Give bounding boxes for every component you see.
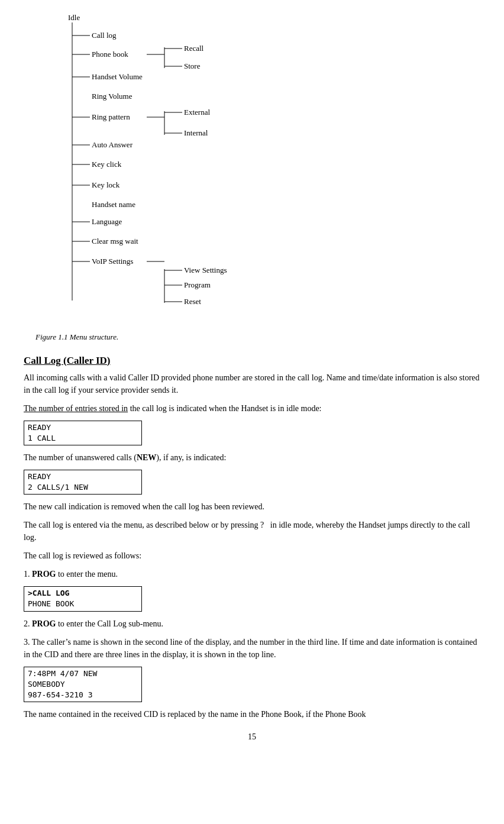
menu-item-auto-answer: Auto Answer	[92, 140, 133, 149]
menu-subitem-store: Store	[184, 62, 201, 70]
paragraph-3: The number of unanswered calls (NEW), if…	[24, 451, 480, 464]
step1-bold: PROG	[32, 570, 56, 579]
display-box-1: READY 1 CALL	[24, 421, 142, 445]
paragraph-3-prefix: The number of unanswered calls (	[24, 453, 137, 462]
display4-line2: SOMEBODY	[28, 679, 138, 690]
paragraph-1: All incoming calls with a valid Caller I…	[24, 371, 480, 396]
menu-item-key-lock: Key lock	[92, 180, 120, 189]
figure-caption: Figure 1.1 Menu structure.	[35, 331, 480, 343]
paragraph-2: The number of entries stored in the call…	[24, 402, 480, 415]
step1-prefix: 1.	[24, 570, 32, 579]
display3-line1: >CALL LOG	[28, 588, 138, 599]
page-number: 15	[24, 732, 480, 742]
paragraph-5: The call log is entered via the menu, as…	[24, 519, 480, 544]
menu-item-language: Language	[92, 217, 122, 226]
section-title: Call Log (Caller ID)	[24, 355, 480, 367]
step-2: 2. PROG to enter the Call Log sub-menu.	[24, 618, 480, 630]
menu-subitem-reset: Reset	[184, 297, 201, 306]
paragraph-5-prefix: The call log is entered via the menu, as…	[24, 521, 264, 529]
menu-diagram: Idle Call log Phone book Recall Store Ha…	[35, 12, 480, 325]
menu-subitem-program: Program	[184, 280, 211, 289]
step2-prefix: 2.	[24, 619, 32, 628]
display3-line2: PHONE BOOK	[28, 599, 138, 609]
step2-bold: PROG	[32, 619, 56, 628]
menu-item-ring-pattern: Ring pattern	[92, 112, 130, 121]
underline-entries: The number of entries stored in	[24, 404, 128, 413]
menu-item-key-click: Key click	[92, 160, 122, 169]
menu-item-voip-settings: VoIP Settings	[92, 257, 133, 266]
step2-suffix: to enter the Call Log sub-menu.	[56, 619, 163, 628]
paragraph-3-suffix: ), if any, is indicated:	[156, 453, 226, 462]
display4-line1: 7:48PM 4/07 NEW	[28, 668, 138, 679]
display1-line1: READY	[28, 422, 138, 433]
display2-line1: READY	[28, 471, 138, 482]
menu-item-handset-name: Handset name	[92, 200, 135, 209]
step-3: 3. The caller’s name is shown in the sec…	[24, 636, 480, 661]
display-box-2: READY 2 CALLS/1 NEW	[24, 470, 142, 495]
main-content: Call Log (Caller ID) All incoming calls …	[24, 355, 480, 721]
menu-subitem-internal: Internal	[184, 128, 208, 137]
display4-line3: 987-654-3210 3	[28, 690, 138, 700]
paragraph-2-suffix: the call log is indicated when the Hands…	[130, 404, 322, 413]
menu-item-clear-msg-wait: Clear msg wait	[92, 237, 138, 245]
idle-label: Idle	[68, 13, 80, 22]
display1-line2: 1 CALL	[28, 433, 138, 444]
paragraph-6: The call log is reviewed as follows:	[24, 550, 480, 562]
menu-item-ring-volume: Ring Volume	[92, 92, 133, 101]
menu-subitem-external: External	[184, 108, 210, 117]
display2-line2: 2 CALLS/1 NEW	[28, 482, 138, 493]
step-1: 1. PROG to enter the menu.	[24, 568, 480, 580]
menu-subitem-view-settings: View Settings	[184, 266, 227, 274]
display-box-4: 7:48PM 4/07 NEW SOMEBODY 987-654-3210 3	[24, 667, 142, 703]
paragraph-last: The name contained in the received CID i…	[24, 708, 480, 720]
menu-item-phone-book: Phone book	[92, 50, 128, 59]
menu-item-call-log: Call log	[92, 31, 117, 40]
paragraph-4: The new call indication is removed when …	[24, 500, 480, 513]
display-box-3: >CALL LOG PHONE BOOK	[24, 586, 142, 611]
menu-subitem-recall: Recall	[184, 44, 204, 53]
step1-suffix: to enter the menu.	[56, 570, 118, 579]
menu-structure-svg: Idle Call log Phone book Recall Store Ha…	[35, 12, 290, 325]
paragraph-3-bold: NEW	[137, 453, 156, 462]
menu-item-handset-volume: Handset Volume	[92, 72, 143, 81]
